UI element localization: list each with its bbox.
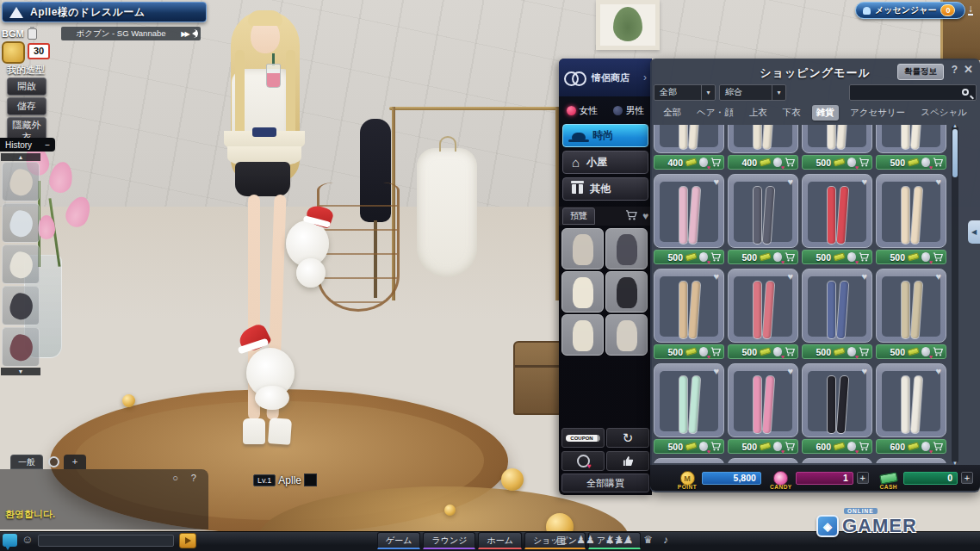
- buy-cart-icon[interactable]: [710, 250, 721, 265]
- emoticon-icon[interactable]: ☺: [22, 533, 33, 546]
- add-cash-button[interactable]: +: [961, 472, 973, 484]
- gift-coin-icon[interactable]: [699, 442, 709, 451]
- add-candy-button[interactable]: +: [857, 472, 869, 484]
- favorite-heart-icon[interactable]: ♥: [935, 271, 941, 282]
- mall-tab-item[interactable]: 全部: [659, 105, 685, 121]
- gift-coin-icon[interactable]: [773, 158, 783, 167]
- item-card[interactable]: ♥500: [728, 363, 798, 455]
- item-card[interactable]: ♥: [654, 458, 724, 463]
- gift-coin-icon[interactable]: [847, 158, 857, 167]
- preview-tab[interactable]: 預覽: [562, 207, 595, 225]
- gift-coin-icon[interactable]: [699, 158, 709, 167]
- buy-cart-icon[interactable]: [859, 155, 869, 170]
- buy-cart-icon[interactable]: [785, 155, 795, 170]
- favorite-heart-icon[interactable]: ♥: [787, 176, 793, 187]
- item-card[interactable]: ♥500: [654, 269, 724, 360]
- mall-tab-active[interactable]: 雑貨: [812, 105, 839, 121]
- taskbar-nav-ラウンジ[interactable]: ラウンジ: [423, 532, 475, 549]
- history-item[interactable]: [2, 245, 40, 284]
- preview-slot[interactable]: [605, 314, 648, 356]
- mall-tab-item[interactable]: 上衣: [745, 105, 772, 121]
- playlist-icon[interactable]: [28, 28, 37, 40]
- buy-cart-icon[interactable]: [859, 344, 869, 360]
- favorite-heart-icon[interactable]: ♥: [861, 271, 867, 282]
- favorite-heart-icon[interactable]: ♥: [787, 271, 793, 282]
- friends-icon[interactable]: ♟♟: [576, 534, 595, 546]
- history-header[interactable]: History −: [0, 138, 55, 152]
- buy-cart-icon[interactable]: [785, 344, 795, 360]
- snapshot-button[interactable]: [561, 451, 605, 471]
- help-icon[interactable]: ?: [952, 64, 958, 76]
- couple-shop-header[interactable]: 情侶商店 ›: [559, 59, 652, 96]
- cart-icon[interactable]: [625, 210, 637, 223]
- category-dropdown[interactable]: 全部 ▾: [654, 84, 716, 101]
- profile-card-icon[interactable]: ▤: [556, 534, 566, 546]
- gift-coin-icon[interactable]: [773, 347, 783, 356]
- taskbar-nav-ホーム[interactable]: ホーム: [478, 532, 521, 549]
- gift-coin-icon[interactable]: [773, 442, 783, 451]
- gift-coin-icon[interactable]: [699, 347, 709, 356]
- refresh-button[interactable]: ↻: [606, 428, 649, 448]
- gender-female-option[interactable]: 女性: [567, 104, 599, 117]
- close-icon[interactable]: ✕: [964, 63, 973, 76]
- preview-slot[interactable]: [561, 228, 604, 269]
- chevron-right-icon[interactable]: ›: [643, 71, 647, 84]
- item-card[interactable]: ♥500: [654, 174, 724, 265]
- chat-panel-icons[interactable]: ○ ?: [172, 473, 202, 483]
- mall-tab-item[interactable]: ヘア・顔: [692, 105, 738, 121]
- item-card[interactable]: ♥500: [876, 269, 946, 360]
- save-style-button[interactable]: 儲存: [7, 97, 47, 115]
- open-style-button[interactable]: 開啟: [7, 77, 47, 96]
- shop-menu-active[interactable]: 時尚: [562, 124, 648, 147]
- favorite-heart-icon[interactable]: ♥: [861, 461, 867, 463]
- item-card[interactable]: ♥500: [876, 174, 946, 265]
- preview-slot[interactable]: [605, 271, 648, 313]
- buy-cart-icon[interactable]: [933, 439, 943, 455]
- buy-cart-icon[interactable]: [933, 344, 943, 360]
- item-card[interactable]: ♥500: [802, 125, 872, 170]
- favorite-heart-icon[interactable]: ♥: [935, 176, 941, 187]
- item-card[interactable]: ♥600: [802, 363, 872, 455]
- gift-coin-icon[interactable]: [921, 442, 931, 451]
- item-card[interactable]: ♥400: [728, 125, 798, 170]
- buy-cart-icon[interactable]: [785, 250, 795, 265]
- gift-coin-icon[interactable]: [921, 158, 931, 167]
- gift-coin-icon[interactable]: [847, 347, 857, 356]
- scroll-up-icon[interactable]: ▲: [952, 123, 958, 128]
- item-card[interactable]: ♥: [802, 458, 872, 463]
- item-card[interactable]: ♥500: [654, 363, 724, 455]
- scrollbar-thumb[interactable]: [952, 129, 958, 177]
- item-card[interactable]: ♥: [728, 458, 798, 463]
- megaphone-button[interactable]: [179, 533, 196, 548]
- item-card[interactable]: ♥500: [728, 174, 798, 265]
- favorite-heart-icon[interactable]: ♥: [713, 366, 719, 376]
- favorite-heart-icon[interactable]: ♥: [935, 366, 941, 376]
- preview-slot[interactable]: [561, 271, 604, 313]
- gift-coin-icon[interactable]: [773, 252, 783, 262]
- music-icon[interactable]: ♪: [663, 534, 668, 546]
- chat-input[interactable]: [38, 535, 174, 547]
- buy-cart-icon[interactable]: [933, 155, 943, 170]
- coupon-button[interactable]: COUPON: [561, 428, 605, 448]
- gift-coin-icon[interactable]: [847, 442, 857, 451]
- history-item[interactable]: [2, 327, 40, 367]
- community-icon[interactable]: ♟♟♟: [605, 534, 633, 546]
- mall-tab-item[interactable]: 下衣: [778, 105, 805, 121]
- mall-tab-item[interactable]: スペシャル: [916, 105, 971, 121]
- messenger-button[interactable]: メッセンジャー 0: [855, 2, 965, 19]
- item-card[interactable]: ♥: [876, 458, 946, 463]
- mall-scrollbar[interactable]: ▲ ▼: [952, 126, 958, 463]
- favorites-heart-icon[interactable]: ♥: [642, 210, 648, 222]
- gift-coin-icon[interactable]: [921, 347, 931, 356]
- history-item[interactable]: [2, 162, 40, 201]
- item-card[interactable]: ♥500: [802, 174, 872, 265]
- like-button[interactable]: [606, 451, 649, 471]
- skip-track-icon[interactable]: ▶▶: [181, 30, 188, 38]
- gender-male-option[interactable]: 男性: [613, 104, 645, 117]
- search-input[interactable]: [850, 88, 962, 97]
- buy-cart-icon[interactable]: [710, 344, 721, 360]
- chat-add-tab-button[interactable]: +: [64, 455, 86, 469]
- item-card[interactable]: ♥500: [728, 269, 798, 360]
- history-item[interactable]: [2, 203, 40, 243]
- buy-all-button[interactable]: 全部購買: [561, 474, 649, 492]
